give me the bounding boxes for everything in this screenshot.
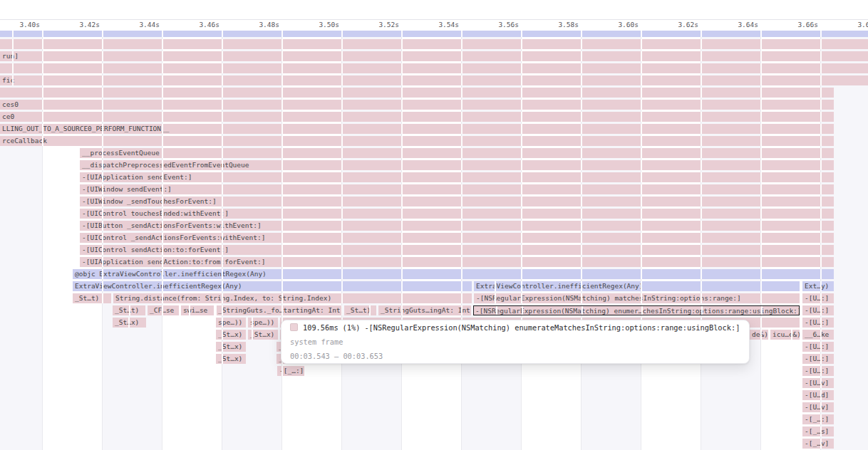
time-ruler-label: 3.62s [658,21,698,30]
frame-segment[interactable]: ExtraViewController.inefficientRegex(Any… [73,281,472,291]
frame-segment[interactable]: -[U…v] [802,378,834,388]
frame-segment[interactable] [0,63,868,73]
frame-segment[interactable]: -[UIWindow sendEvent:] [80,184,834,194]
time-ruler-label: 3.44s [119,21,160,30]
time-ruler-label: 3.50s [299,21,339,30]
frame-segment[interactable]: -[UIControl touchesEnded:withEvent:] [80,209,834,219]
tooltip-subtitle: system frame [290,335,740,349]
frame-segment[interactable]: -[U…:] [802,293,834,303]
time-ruler-label: 3.60s [598,21,639,30]
time-ruler-label: 3.68s [837,21,868,30]
frame-segment[interactable]: Ext…y) [802,281,834,291]
frame-segment[interactable]: run] [0,51,868,61]
frame-segment[interactable]: _St…x) [216,354,246,364]
time-ruler-label: 3.56s [478,21,519,30]
tooltip-method: -[NSRegularExpression(NSMatching) enumer… [364,323,740,332]
frame-segment[interactable]: -[UIControl _sendActionsForEvents:withEv… [80,233,834,243]
frame-segment[interactable]: -[UIWindow _sendTouchesForEvent:] [80,197,834,206]
frame-segment[interactable]: -[U…:] [802,354,834,364]
frame-segment[interactable]: @objc ExtraViewController.inefficientReg… [73,269,834,279]
tooltip-title-line: 109.56ms(1%)-[NSRegularExpression(NSMatc… [290,320,740,335]
frame-color-swatch-icon [290,323,298,331]
frame-segment[interactable]: spe…)) [248,318,278,328]
frame-segment[interactable]: __dispatchPreprocessedEventFromEventQueu… [80,160,834,170]
frame-segment[interactable]: -[UIApplication sendAction:to:from:forEv… [80,257,834,267]
frame-segment[interactable]: spe…)) [216,318,246,328]
frame-segment[interactable]: ce0 [0,112,834,122]
frame-segment[interactable]: _St…t) [113,305,145,315]
instruments-trace-window: 3.40s3.42s3.44s3.46s3.48s3.50s3.52s3.54s… [0,0,868,450]
frame-segment[interactable]: fic [0,75,868,85]
frame-segment[interactable]: _CF…se [148,305,179,315]
thread-activity-strip [0,31,868,37]
frame-segment[interactable]: _St…x) [248,330,278,340]
frame-segment[interactable] [0,39,868,49]
frame-segment[interactable]: swi…se [181,305,214,315]
time-ruler-label: 3.46s [179,21,219,30]
frame-segment[interactable] [0,88,834,98]
frame-segment[interactable]: -[UIButton _sendActionsForEvents:withEve… [80,221,834,231]
frame-segment[interactable]: _StringGuts…ingAt: Int) [378,305,471,315]
frame-segment[interactable]: icu…e&) [770,330,800,340]
frame-segment[interactable]: _St…x) [216,330,246,340]
frame-segment[interactable]: LLING_OUT_TO_A_SOURCE0_PERFORM_FUNCTION_… [0,124,834,134]
frame-segment[interactable]: -[U…v] [802,402,834,412]
frame-segment[interactable]: _St…x) [113,318,146,328]
frame-segment[interactable]: -[U…d] [802,390,834,400]
time-ruler-label: 3.64s [718,21,758,30]
time-ruler-label: 3.40s [0,21,40,30]
frame-segment[interactable]: -[U…:] [802,342,834,352]
frame-segment[interactable]: _StringGuts._fo…tartingAt: Int) [216,305,342,315]
tooltip-percent: (1%) [343,323,361,332]
time-ruler-label: 3.42s [59,21,100,30]
frame-segment[interactable]: __processEventQueue [80,148,834,158]
frame-segment[interactable]: -[_…:] [802,414,834,424]
frame-segment[interactable]: -[_…v] [802,439,834,449]
tooltip-time-range: 00:03.543 — 00:03.653 [290,349,740,363]
time-ruler-label: 3.48s [239,21,279,30]
frame-segment[interactable]: -[UIControl sendAction:to:forEvent:] [80,245,834,255]
frame-segment[interactable]: -[U…:] [802,318,834,328]
frame-segment[interactable]: -[_…:] [277,366,304,376]
frame-segment[interactable]: __6…ke [802,330,834,340]
time-ruler-label: 3.52s [358,21,399,30]
frame-tooltip: 109.56ms(1%)-[NSRegularExpression(NSMatc… [281,320,750,364]
selected-frame-segment[interactable]: -[NSRegularExpression(NSMatching) enumer… [473,305,800,315]
time-ruler-label: 3.54s [418,21,459,30]
frame-segment[interactable]: -[U…:] [802,305,834,315]
frame-segment[interactable]: de&) [750,330,768,340]
frame-segment[interactable]: _St…t) [344,305,376,315]
frame-segment[interactable]: -[NSRegularExpression(NSMatching) matche… [474,293,800,303]
time-ruler-label: 3.66s [777,21,818,30]
frame-segment[interactable]: -[U…:] [802,366,834,376]
flame-chart-canvas[interactable]: run]ficces0ce0LLING_OUT_TO_A_SOURCE0_PER… [0,31,868,450]
frame-segment[interactable]: String.distance(from: String.Index, to: … [113,293,472,303]
frame-segment[interactable]: -[_…s] [802,427,834,436]
frame-segment[interactable]: _St…x) [216,342,246,352]
tooltip-duration: 109.56ms [303,323,339,332]
frame-segment[interactable]: -[UIApplication sendEvent:] [80,172,834,182]
time-ruler-label: 3.58s [538,21,579,30]
frame-segment[interactable]: ces0 [0,100,834,110]
frame-segment[interactable]: rceCallback [0,136,834,146]
frame-segment[interactable]: _St…t) [73,293,111,303]
ruler-divider [0,19,868,20]
frame-segment[interactable]: ExtraViewController.inefficientRegex(Any… [474,281,800,291]
time-ruler[interactable]: 3.40s3.42s3.44s3.46s3.48s3.50s3.52s3.54s… [0,0,868,31]
